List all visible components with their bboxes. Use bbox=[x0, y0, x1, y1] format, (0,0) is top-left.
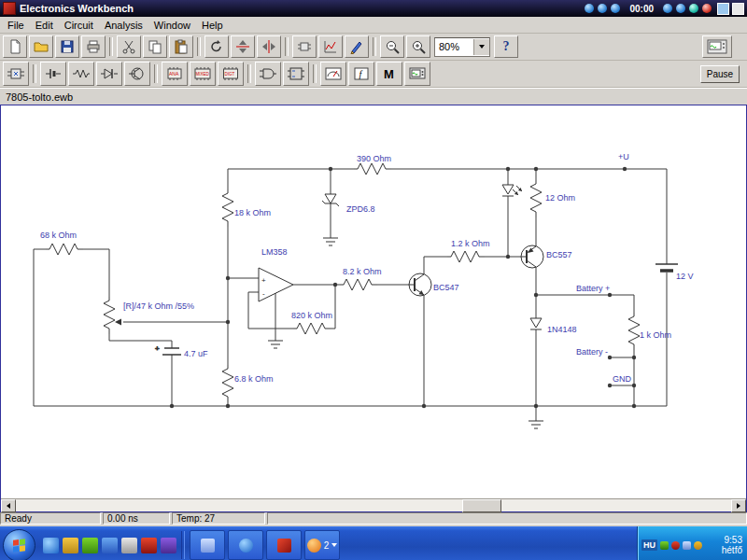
start-button[interactable] bbox=[3, 529, 35, 560]
help-button[interactable]: ? bbox=[494, 35, 518, 58]
resistor-12ohm[interactable] bbox=[530, 180, 542, 217]
digital-bin-button[interactable] bbox=[283, 62, 309, 86]
properties-tool-button[interactable] bbox=[345, 35, 369, 58]
zoom-in-button[interactable] bbox=[406, 35, 430, 58]
document-title-bar[interactable]: 7805-tolto.ewb bbox=[0, 88, 747, 105]
parts-bin-toolbar: ANA MIXED DIGT f M Pause bbox=[0, 61, 747, 88]
create-subcircuit-button[interactable] bbox=[292, 35, 317, 58]
title-bar[interactable]: Electronics Workbench 00:00 bbox=[0, 0, 747, 17]
rotate-button[interactable] bbox=[204, 35, 229, 58]
recorder-button-icon[interactable] bbox=[598, 4, 607, 13]
taskbar-clock[interactable]: 9:53 hétfő bbox=[722, 535, 747, 555]
pause-button[interactable]: Pause bbox=[700, 65, 740, 83]
tray-status-icon[interactable] bbox=[671, 541, 680, 550]
zoom-dropdown-button[interactable] bbox=[473, 39, 489, 55]
ground-symbol[interactable] bbox=[268, 341, 283, 348]
transistor-bc557[interactable] bbox=[521, 245, 543, 268]
sources-bin-button[interactable] bbox=[40, 62, 66, 86]
horizontal-scrollbar[interactable] bbox=[1, 498, 746, 511]
zoom-out-button[interactable] bbox=[380, 35, 404, 58]
resistor-390ohm[interactable] bbox=[354, 163, 391, 175]
tray-update-icon[interactable] bbox=[694, 541, 702, 550]
menu-window[interactable]: Window bbox=[148, 19, 196, 32]
recorder-button-icon[interactable] bbox=[611, 4, 620, 13]
digital-ics-bin-button[interactable]: DIGT bbox=[218, 62, 244, 86]
language-indicator[interactable]: HU bbox=[641, 539, 657, 551]
zoom-select[interactable]: 80% bbox=[434, 37, 490, 57]
quicklaunch-desktop-icon[interactable] bbox=[121, 538, 137, 553]
open-button[interactable] bbox=[29, 35, 53, 58]
flip-horizontal-button[interactable] bbox=[257, 35, 281, 58]
taskbar-group-button[interactable]: 2 bbox=[304, 530, 340, 560]
resistor-18k[interactable] bbox=[222, 189, 233, 227]
recorder-button-icon[interactable] bbox=[585, 4, 594, 13]
resistor-820k[interactable] bbox=[293, 323, 331, 334]
battery-12v[interactable] bbox=[655, 264, 678, 271]
favorites-bin-button[interactable] bbox=[3, 62, 29, 86]
quicklaunch-folder-icon[interactable] bbox=[63, 538, 78, 553]
led[interactable] bbox=[502, 185, 522, 196]
taskbar-window-button[interactable] bbox=[228, 530, 263, 560]
quicklaunch-browser-icon[interactable] bbox=[43, 538, 59, 553]
scrollbar-track[interactable] bbox=[16, 499, 731, 511]
quicklaunch-app-icon[interactable] bbox=[102, 538, 118, 553]
ground-symbol[interactable] bbox=[529, 421, 543, 428]
resistor-6k8[interactable] bbox=[222, 365, 233, 402]
app-window-icon bbox=[201, 539, 215, 553]
instruments-bin-button[interactable] bbox=[404, 62, 430, 86]
resistor-68k[interactable] bbox=[46, 244, 83, 255]
paste-button[interactable] bbox=[169, 35, 193, 58]
scrollbar-thumb[interactable] bbox=[462, 499, 501, 512]
logic-gates-bin-button[interactable] bbox=[255, 62, 281, 86]
ewb-window: Electronics Workbench 00:00 File Edit Ci… bbox=[0, 0, 747, 560]
controls-bin-button[interactable]: f bbox=[348, 62, 374, 86]
mixed-ics-bin-button[interactable]: MIXED bbox=[190, 62, 216, 86]
instrument-panel-button[interactable] bbox=[702, 35, 732, 58]
resistor-1k2[interactable] bbox=[447, 251, 485, 262]
analog-ics-bin-button[interactable]: ANA bbox=[162, 62, 188, 86]
tray-shield-icon[interactable] bbox=[660, 541, 669, 550]
menu-file[interactable]: File bbox=[2, 19, 30, 32]
recorder-button-icon[interactable] bbox=[663, 4, 672, 13]
print-button[interactable] bbox=[81, 35, 106, 58]
diodes-bin-button[interactable] bbox=[96, 62, 122, 86]
toolbar-separator bbox=[373, 37, 376, 56]
scroll-left-button[interactable] bbox=[1, 499, 16, 512]
taskbar-window-button[interactable] bbox=[266, 530, 302, 560]
recorder-button-icon[interactable] bbox=[689, 4, 698, 13]
transistor-bc547[interactable] bbox=[409, 273, 431, 296]
diode-1n4148[interactable] bbox=[530, 318, 542, 329]
resistor-8k2[interactable] bbox=[340, 279, 377, 290]
capacitor-4u7[interactable]: + bbox=[155, 344, 181, 355]
menu-analysis[interactable]: Analysis bbox=[99, 19, 148, 32]
analysis-graph-button[interactable] bbox=[318, 35, 343, 58]
copy-button[interactable] bbox=[143, 35, 167, 58]
maximize-icon[interactable] bbox=[717, 3, 729, 15]
scroll-right-button[interactable] bbox=[731, 499, 746, 512]
tray-volume-icon[interactable] bbox=[683, 541, 691, 550]
new-button[interactable] bbox=[3, 35, 27, 58]
potentiometer-47k[interactable] bbox=[104, 297, 115, 334]
circuit-canvas[interactable]: + - bbox=[0, 105, 747, 512]
quicklaunch-app-icon[interactable] bbox=[161, 538, 176, 553]
battery-source-icon bbox=[44, 65, 63, 82]
flip-vertical-button[interactable] bbox=[231, 35, 255, 58]
basic-bin-button[interactable] bbox=[68, 62, 94, 86]
quicklaunch-app-icon[interactable] bbox=[141, 538, 157, 553]
menu-circuit[interactable]: Circuit bbox=[59, 19, 99, 32]
recorder-stop-icon[interactable] bbox=[702, 4, 712, 13]
menu-edit[interactable]: Edit bbox=[30, 19, 59, 32]
menu-help[interactable]: Help bbox=[196, 19, 229, 32]
transistors-bin-button[interactable] bbox=[124, 62, 150, 86]
recorder-button-icon[interactable] bbox=[676, 4, 685, 13]
ground-symbol[interactable] bbox=[323, 238, 338, 245]
save-button[interactable] bbox=[55, 35, 79, 58]
close-icon[interactable] bbox=[732, 3, 744, 15]
resistor-1k[interactable] bbox=[628, 313, 640, 350]
indicators-bin-button[interactable] bbox=[320, 62, 346, 86]
oscilloscope-icon bbox=[707, 39, 727, 54]
miscellaneous-bin-button[interactable]: M bbox=[376, 62, 402, 86]
taskbar-window-button[interactable] bbox=[190, 530, 225, 560]
cut-button[interactable] bbox=[117, 35, 141, 58]
quicklaunch-app-icon[interactable] bbox=[82, 538, 98, 553]
